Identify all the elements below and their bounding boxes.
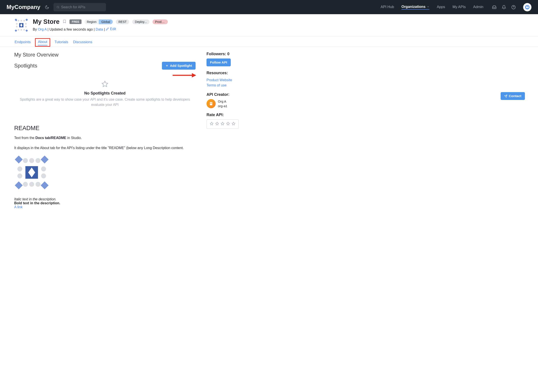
api-header: My Store FREE Region Global REST Deploy.… bbox=[0, 14, 538, 37]
help-icon[interactable] bbox=[511, 5, 516, 9]
api-title: My Store bbox=[33, 18, 59, 25]
main-column: My Store Overview Spotlights Add Spotlig… bbox=[14, 52, 195, 209]
readme-bold: Bold text in the description. bbox=[14, 201, 195, 205]
svg-point-10 bbox=[25, 23, 27, 25]
api-subtitle: By Org A | Updated a few seconds ago | D… bbox=[33, 27, 524, 31]
svg-rect-18 bbox=[26, 29, 28, 32]
send-icon bbox=[504, 94, 507, 98]
pencil-icon bbox=[106, 28, 109, 31]
side-column: Followers: 0 Follow API Resources: Produ… bbox=[206, 52, 279, 209]
readme-heading: README bbox=[14, 125, 195, 132]
svg-rect-35 bbox=[210, 103, 211, 103]
svg-point-20 bbox=[23, 158, 28, 163]
svg-rect-17 bbox=[15, 29, 17, 32]
inbox-icon[interactable] bbox=[492, 5, 496, 9]
api-logo bbox=[14, 18, 29, 32]
svg-rect-30 bbox=[15, 156, 23, 163]
svg-rect-38 bbox=[210, 103, 211, 104]
svg-point-5 bbox=[18, 20, 19, 22]
svg-point-28 bbox=[29, 182, 34, 187]
bookmark-icon[interactable] bbox=[62, 19, 67, 25]
resources-title: Resources: bbox=[206, 71, 279, 75]
plus-icon bbox=[165, 64, 168, 67]
add-spotlight-button[interactable]: Add Spotlight bbox=[162, 62, 195, 70]
svg-point-12 bbox=[18, 29, 19, 31]
rating-box bbox=[206, 119, 239, 129]
spotlights-title: Spotlights bbox=[14, 63, 37, 69]
org-link[interactable]: Org A bbox=[38, 28, 47, 31]
svg-point-25 bbox=[41, 167, 46, 171]
svg-point-23 bbox=[17, 167, 22, 171]
header-icons bbox=[492, 3, 531, 11]
svg-point-0 bbox=[57, 6, 59, 8]
tab-discussions[interactable]: Discussions bbox=[72, 39, 93, 47]
star-2[interactable] bbox=[215, 122, 219, 126]
region-pill: Region Global bbox=[85, 19, 113, 24]
nav-organizations[interactable]: Organizations bbox=[401, 5, 429, 9]
top-header: MyCompany API Hub Organizations Apps My … bbox=[0, 0, 538, 14]
annotation-arrow-icon bbox=[173, 72, 197, 78]
product-website-link[interactable]: Product Website bbox=[206, 78, 279, 83]
empty-desc: Spotlights are a great way to show case … bbox=[14, 97, 195, 107]
creator-row[interactable]: Org A org-a1 bbox=[206, 99, 279, 108]
svg-point-9 bbox=[16, 26, 18, 28]
spotlights-empty-state: No Spotlights Created Spotlights are a g… bbox=[14, 70, 195, 125]
search-icon bbox=[57, 6, 59, 9]
svg-point-11 bbox=[25, 26, 27, 28]
followers-label: Followers: 0 bbox=[206, 52, 279, 56]
nav-admin[interactable]: Admin bbox=[473, 5, 483, 9]
svg-point-6 bbox=[20, 20, 22, 22]
followers-count: 0 bbox=[227, 52, 229, 56]
tab-about[interactable]: About bbox=[35, 38, 50, 47]
readme-italic: Italic text in the description. bbox=[14, 197, 195, 201]
creator-avatar bbox=[206, 99, 216, 108]
edit-link[interactable]: Edit bbox=[106, 27, 116, 31]
readme-logo bbox=[14, 155, 49, 191]
star-3[interactable] bbox=[221, 122, 224, 126]
nav-apps[interactable]: Apps bbox=[437, 5, 445, 9]
empty-title: No Spotlights Created bbox=[14, 91, 195, 96]
svg-rect-32 bbox=[15, 181, 23, 189]
rest-pill: REST bbox=[116, 19, 129, 24]
creator-name: Org A bbox=[218, 99, 227, 104]
search-box[interactable] bbox=[53, 3, 106, 11]
free-badge: FREE bbox=[70, 19, 81, 24]
product-pill: Produc... bbox=[152, 19, 168, 24]
svg-rect-36 bbox=[211, 103, 211, 103]
readme-text-1: Text from the Docs tab/README in Studio. bbox=[14, 135, 195, 141]
star-5[interactable] bbox=[232, 122, 235, 126]
svg-point-22 bbox=[36, 158, 40, 163]
rate-title: Rate API: bbox=[206, 113, 279, 117]
terms-link[interactable]: Terms of use bbox=[206, 83, 279, 88]
data-link[interactable]: Data bbox=[96, 28, 103, 31]
svg-point-14 bbox=[23, 29, 25, 31]
svg-point-7 bbox=[23, 20, 25, 22]
svg-point-2 bbox=[526, 5, 529, 9]
contact-button[interactable]: Contact bbox=[501, 92, 525, 100]
bell-icon[interactable] bbox=[502, 5, 506, 9]
nav-my-apis[interactable]: My APIs bbox=[452, 5, 466, 9]
svg-rect-40 bbox=[212, 103, 212, 104]
creator-title: API Creator: bbox=[206, 92, 279, 97]
nav-api-hub[interactable]: API Hub bbox=[381, 5, 394, 9]
chevron-down-icon bbox=[427, 5, 429, 8]
search-input[interactable] bbox=[61, 5, 103, 9]
follow-api-button[interactable]: Follow API bbox=[206, 59, 231, 66]
company-logo[interactable]: MyCompany bbox=[7, 4, 40, 10]
star-1[interactable] bbox=[210, 122, 214, 126]
deploy-pill: Deploy... bbox=[132, 19, 149, 24]
dark-mode-icon[interactable] bbox=[45, 5, 49, 9]
tab-tutorials[interactable]: Tutorials bbox=[54, 39, 69, 47]
content: My Store Overview Spotlights Add Spotlig… bbox=[0, 47, 538, 214]
star-4[interactable] bbox=[226, 122, 230, 126]
svg-rect-31 bbox=[41, 156, 48, 163]
readme-text-2: It displays in the About tab for the API… bbox=[14, 145, 195, 151]
overview-title: My Store Overview bbox=[14, 52, 195, 58]
readme-link[interactable]: A link bbox=[14, 205, 23, 209]
creator-id: org-a1 bbox=[218, 104, 227, 108]
svg-point-26 bbox=[41, 173, 46, 178]
svg-point-24 bbox=[17, 173, 22, 178]
user-avatar[interactable] bbox=[523, 3, 531, 11]
svg-rect-16 bbox=[26, 19, 28, 21]
tab-endpoints[interactable]: Endpoints bbox=[14, 39, 31, 47]
